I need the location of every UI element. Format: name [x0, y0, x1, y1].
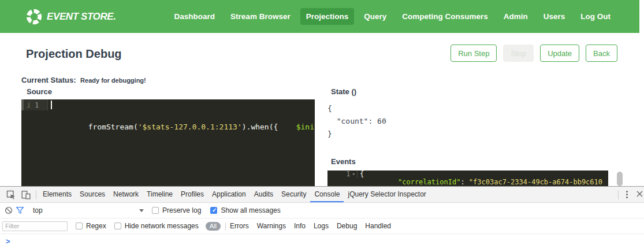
- nav-item-projections[interactable]: Projections: [300, 8, 355, 25]
- clear-console-icon[interactable]: [5, 206, 13, 214]
- tab-network[interactable]: Network: [109, 187, 143, 202]
- update-button[interactable]: Update: [540, 45, 579, 62]
- filter-icon[interactable]: [16, 207, 24, 214]
- nav-item-users[interactable]: Users: [538, 8, 571, 25]
- checkbox[interactable]: [114, 223, 121, 229]
- stop-button[interactable]: Stop: [503, 45, 534, 62]
- filter-level-handled[interactable]: Handled: [365, 222, 391, 230]
- line-number: 1: [346, 171, 350, 179]
- back-button[interactable]: Back: [586, 45, 617, 62]
- state-json-line: {: [327, 102, 386, 115]
- console-toolbar: top Preserve log Show all messages: [0, 203, 644, 218]
- action-buttons: Run Step Stop Update Back: [451, 45, 617, 62]
- source-code-editor[interactable]: i 1 fromStream('$stats-127.0.0.1:2113').…: [21, 99, 315, 186]
- state-json-line: }: [327, 128, 386, 140]
- filter-level-info[interactable]: Info: [294, 222, 306, 230]
- tab-elements[interactable]: Elements: [39, 187, 76, 202]
- nav-items: Dashboard Stream Browser Projections Que…: [165, 8, 639, 25]
- console-prompt[interactable]: >: [0, 234, 644, 252]
- status-value: Ready for debugging!: [80, 77, 146, 84]
- events-code-line: {: [358, 171, 364, 179]
- fold-arrow-icon[interactable]: ▾: [352, 171, 355, 179]
- code-token: '$stats-127.0.0.1:2113': [138, 123, 242, 131]
- checkbox-label: Preserve log: [162, 206, 201, 214]
- regex-checkbox[interactable]: Regex: [76, 222, 106, 230]
- line-number: 1: [35, 99, 39, 110]
- divider: [618, 190, 619, 199]
- events-line-1: 1 ▾ {: [327, 171, 608, 179]
- filter-level-warnings[interactable]: Warnings: [257, 222, 286, 230]
- checkbox-checked[interactable]: [210, 207, 217, 214]
- events-line-2: "correlationId": "f3c03ac7-2334-49cb-a67…: [327, 179, 608, 187]
- nav-item-dashboard[interactable]: Dashboard: [169, 8, 221, 25]
- filter-level-logs[interactable]: Logs: [314, 222, 329, 230]
- context-value: top: [33, 206, 43, 214]
- checkbox-label: Regex: [86, 222, 106, 230]
- projection-debug-page: Projection Debug Run Step Stop Update Ba…: [0, 33, 644, 186]
- status-label: Current Status:: [21, 76, 76, 84]
- run-step-button[interactable]: Run Step: [451, 45, 497, 62]
- close-icon[interactable]: [633, 191, 644, 199]
- code-token: "f3c03ac7-2334-49cb-a674-bb9c610: [469, 178, 602, 186]
- top-navbar: EVENT STORE. Dashboard Stream Browser Pr…: [0, 0, 639, 33]
- tab-jquery-selector-inspector[interactable]: jQuery Selector Inspector: [344, 187, 430, 202]
- filter-level-errors[interactable]: Errors: [230, 222, 249, 230]
- tab-sources[interactable]: Sources: [76, 187, 109, 202]
- tab-profiles[interactable]: Profiles: [177, 187, 208, 202]
- source-line-1: i 1 fromStream('$stats-127.0.0.1:2113').…: [21, 99, 315, 110]
- checkbox[interactable]: [76, 223, 83, 229]
- tab-console[interactable]: Console: [310, 187, 344, 202]
- nav-item-stream-browser[interactable]: Stream Browser: [225, 8, 296, 25]
- nav-item-logout[interactable]: Log Out: [575, 8, 616, 25]
- code-token: :: [460, 178, 468, 186]
- checkbox-label: Show all messages: [221, 206, 280, 214]
- events-code-line: "correlationId": "f3c03ac7-2334-49cb-a67…: [358, 179, 602, 187]
- tab-security[interactable]: Security: [277, 187, 310, 202]
- state-json-line: "count": 60: [327, 115, 386, 128]
- brand-title: EVENT STORE.: [47, 11, 116, 23]
- tab-audits[interactable]: Audits: [250, 187, 277, 202]
- execution-context-selector[interactable]: top: [33, 206, 144, 214]
- events-scrollbar-thumb[interactable]: [617, 172, 623, 186]
- source-gutter[interactable]: i 1: [21, 99, 48, 110]
- state-label: State (): [331, 87, 356, 96]
- tab-timeline[interactable]: Timeline: [143, 187, 177, 202]
- inspect-element-icon[interactable]: [3, 188, 18, 201]
- code-token: "correlationId": [398, 178, 460, 186]
- hide-network-messages-checkbox[interactable]: Hide network messages: [114, 222, 199, 230]
- source-label: Source: [27, 87, 52, 96]
- prompt-chevron-icon: >: [6, 237, 10, 246]
- code-token: $init:: [296, 123, 315, 131]
- devtools-tabbar: Elements Sources Network Timeline Profil…: [0, 187, 644, 203]
- devtools-panel: Elements Sources Network Timeline Profil…: [0, 186, 644, 252]
- divider: [36, 190, 36, 199]
- filter-level-debug[interactable]: Debug: [337, 222, 357, 230]
- text-caret: [51, 101, 52, 109]
- chevron-down-icon: [139, 209, 144, 212]
- current-status: Current Status: Ready for debugging!: [21, 75, 146, 85]
- device-toolbar-icon[interactable]: [18, 188, 33, 201]
- eventstore-logo-icon: [25, 8, 43, 25]
- divider: [225, 223, 226, 230]
- nav-item-competing-consumers[interactable]: Competing Consumers: [396, 8, 494, 25]
- show-all-messages-checkbox[interactable]: Show all messages: [210, 206, 280, 214]
- page-title: Projection Debug: [26, 47, 122, 61]
- kebab-menu-icon[interactable]: [621, 191, 633, 198]
- code-token: fromStream(: [88, 123, 138, 131]
- nav-item-admin[interactable]: Admin: [498, 8, 534, 25]
- devtools-window-controls: [616, 190, 644, 199]
- filter-input[interactable]: [2, 221, 68, 231]
- filter-level-all[interactable]: All: [206, 222, 221, 231]
- checkbox-label: Hide network messages: [125, 222, 199, 230]
- checkbox[interactable]: [152, 207, 159, 214]
- events-gutter[interactable]: 1 ▾: [327, 171, 358, 179]
- annotation-icon: i: [27, 99, 31, 110]
- console-filter-bar: Regex Hide network messages All Errors W…: [0, 218, 644, 234]
- state-json-output: { "count": 60 }: [327, 102, 386, 140]
- preserve-log-checkbox[interactable]: Preserve log: [152, 206, 201, 214]
- nav-item-query[interactable]: Query: [358, 8, 392, 25]
- brand[interactable]: EVENT STORE.: [25, 8, 116, 25]
- tab-application[interactable]: Application: [208, 187, 250, 202]
- events-code-editor[interactable]: 1 ▾ { "correlationId": "f3c03ac7-2334-49…: [327, 171, 608, 186]
- code-token: ).when({: [242, 123, 278, 131]
